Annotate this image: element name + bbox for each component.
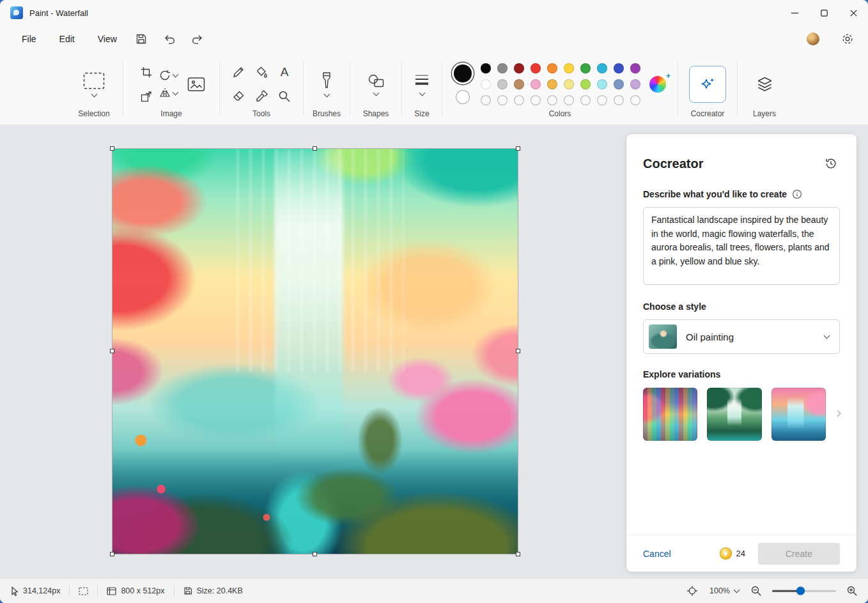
color-swatch[interactable]	[597, 79, 607, 89]
ribbon-section-colors: Colors	[442, 52, 678, 125]
color-picker-tool-icon[interactable]	[252, 88, 270, 105]
shapes-button[interactable]	[368, 73, 385, 95]
selection-dropdown-chevron-icon[interactable]	[91, 91, 97, 97]
style-dropdown[interactable]: Oil painting	[643, 319, 840, 354]
menu-file[interactable]: File	[14, 30, 44, 48]
size-dropdown-chevron-icon[interactable]	[419, 90, 425, 96]
statusbar-divider	[174, 585, 174, 597]
ribbon-section-cocreator: Cocreator	[678, 52, 737, 125]
zoom-fit-icon[interactable]	[686, 585, 698, 597]
minimize-button[interactable]	[780, 0, 809, 26]
prompt-input[interactable]: Fantastical landscape inspired by the be…	[643, 207, 840, 285]
flip-icon[interactable]	[159, 88, 178, 99]
empty-color-slot[interactable]	[580, 95, 591, 105]
zoom-out-icon[interactable]	[750, 585, 762, 597]
color-swatch[interactable]	[614, 63, 624, 73]
paint-window: Paint - Waterfall File Edit View	[0, 0, 868, 603]
zoom-slider[interactable]	[772, 584, 836, 597]
zoom-level-dropdown[interactable]: 100%	[709, 586, 739, 595]
size-button[interactable]	[414, 73, 430, 95]
selection-handle[interactable]	[110, 349, 114, 353]
color-swatch[interactable]	[614, 79, 624, 89]
save-icon[interactable]	[130, 29, 153, 49]
selection-handle[interactable]	[110, 146, 114, 151]
canvas-artwork[interactable]	[112, 149, 518, 554]
cancel-button[interactable]: Cancel	[643, 549, 671, 559]
color-swatch[interactable]	[630, 63, 640, 73]
statusbar-divider	[69, 585, 70, 597]
selection-handle[interactable]	[516, 552, 520, 556]
variation-thumbnail-2[interactable]	[707, 388, 761, 441]
color-swatch[interactable]	[531, 63, 541, 73]
primary-color-well[interactable]	[454, 65, 472, 82]
picture-icon[interactable]	[187, 75, 206, 93]
menu-view[interactable]: View	[90, 30, 125, 48]
close-button[interactable]	[839, 0, 868, 26]
layers-icon[interactable]	[756, 75, 773, 93]
variation-thumbnail-3[interactable]	[771, 388, 826, 441]
eraser-tool-icon[interactable]	[229, 88, 247, 105]
color-swatch[interactable]	[514, 63, 524, 73]
empty-color-slot[interactable]	[547, 95, 557, 105]
color-swatch[interactable]	[481, 79, 491, 89]
color-swatch[interactable]	[531, 79, 541, 89]
color-swatch[interactable]	[580, 79, 591, 89]
brushes-button[interactable]	[320, 72, 333, 96]
color-swatch[interactable]	[481, 63, 491, 73]
shapes-dropdown-chevron-icon[interactable]	[373, 89, 379, 96]
empty-color-slot[interactable]	[564, 95, 574, 105]
variation-thumbnail-1[interactable]	[643, 388, 697, 441]
create-button[interactable]: Create	[758, 543, 840, 565]
flip-dropdown-chevron-icon[interactable]	[172, 89, 178, 95]
empty-color-slot[interactable]	[630, 95, 640, 105]
color-swatch[interactable]	[630, 79, 640, 89]
empty-color-slot[interactable]	[497, 95, 508, 105]
variations-next-icon[interactable]	[835, 410, 841, 416]
secondary-color-well[interactable]	[456, 90, 470, 104]
empty-color-slot[interactable]	[514, 95, 524, 105]
info-icon[interactable]	[792, 189, 802, 199]
selection-handle[interactable]	[313, 552, 317, 556]
ribbon-section-layers: Layers	[738, 52, 791, 125]
rotate-dropdown-chevron-icon[interactable]	[172, 71, 178, 77]
aurora-streaks	[226, 149, 405, 372]
text-tool-icon[interactable]: A	[275, 63, 293, 81]
maximize-button[interactable]	[809, 0, 839, 26]
color-swatch[interactable]	[564, 79, 574, 89]
magnifier-tool-icon[interactable]	[275, 88, 293, 105]
settings-gear-icon[interactable]	[836, 29, 859, 49]
zoom-slider-thumb[interactable]	[796, 587, 805, 595]
color-swatch[interactable]	[497, 79, 508, 89]
selection-tool-button[interactable]	[83, 72, 105, 96]
color-swatch[interactable]	[547, 63, 557, 73]
empty-color-slot[interactable]	[481, 95, 491, 105]
selection-handle[interactable]	[110, 552, 114, 556]
history-icon[interactable]	[822, 155, 840, 172]
color-wheel-icon[interactable]	[649, 76, 666, 93]
color-swatch[interactable]	[514, 79, 524, 89]
account-avatar[interactable]	[807, 33, 819, 45]
paint-app-icon	[10, 6, 23, 19]
rotate-icon[interactable]	[159, 70, 178, 81]
selection-handle[interactable]	[516, 349, 520, 353]
empty-color-slot[interactable]	[597, 95, 607, 105]
color-swatch[interactable]	[597, 63, 607, 73]
selection-handle[interactable]	[516, 146, 520, 151]
selection-handle[interactable]	[313, 146, 317, 151]
color-swatch[interactable]	[580, 63, 591, 73]
color-swatch[interactable]	[497, 63, 508, 73]
color-swatch[interactable]	[547, 79, 557, 89]
undo-icon[interactable]	[158, 29, 181, 49]
color-swatch[interactable]	[564, 63, 574, 73]
redo-icon[interactable]	[186, 29, 209, 49]
brushes-dropdown-chevron-icon[interactable]	[323, 91, 330, 98]
empty-color-slot[interactable]	[531, 95, 541, 105]
crop-icon[interactable]	[137, 63, 155, 81]
zoom-in-icon[interactable]	[846, 585, 858, 597]
menu-edit[interactable]: Edit	[52, 30, 82, 48]
fill-tool-icon[interactable]	[252, 63, 270, 81]
pencil-tool-icon[interactable]	[229, 63, 247, 81]
cocreator-button[interactable]	[689, 66, 726, 103]
empty-color-slot[interactable]	[614, 95, 624, 105]
resize-icon[interactable]	[137, 88, 155, 105]
